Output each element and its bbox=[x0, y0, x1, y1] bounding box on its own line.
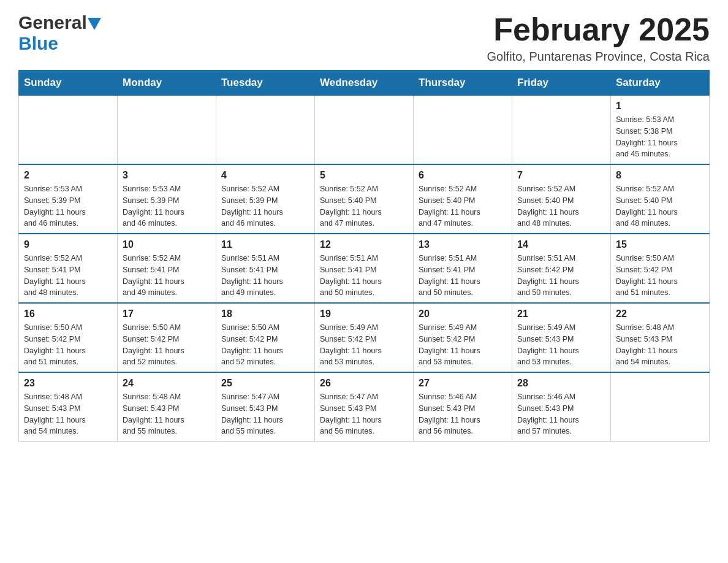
calendar-week-1: 1Sunrise: 5:53 AMSunset: 5:38 PMDaylight… bbox=[19, 96, 710, 165]
day-number: 19 bbox=[320, 308, 408, 320]
day-number: 12 bbox=[320, 239, 408, 250]
calendar-cell: 13Sunrise: 5:51 AMSunset: 5:41 PMDayligh… bbox=[414, 234, 512, 303]
day-info: Sunrise: 5:52 AMSunset: 5:40 PMDaylight:… bbox=[320, 183, 408, 229]
calendar-cell: 27Sunrise: 5:46 AMSunset: 5:43 PMDayligh… bbox=[414, 372, 512, 442]
calendar-cell: 18Sunrise: 5:50 AMSunset: 5:42 PMDayligh… bbox=[216, 303, 315, 372]
calendar-cell: 15Sunrise: 5:50 AMSunset: 5:42 PMDayligh… bbox=[611, 234, 710, 303]
calendar-cell bbox=[512, 96, 611, 165]
day-info: Sunrise: 5:51 AMSunset: 5:42 PMDaylight:… bbox=[517, 253, 605, 299]
calendar-week-3: 9Sunrise: 5:52 AMSunset: 5:41 PMDaylight… bbox=[19, 234, 710, 303]
calendar-header-tuesday: Tuesday bbox=[216, 71, 315, 96]
day-info: Sunrise: 5:46 AMSunset: 5:43 PMDaylight:… bbox=[419, 391, 507, 437]
day-info: Sunrise: 5:48 AMSunset: 5:43 PMDaylight:… bbox=[24, 391, 112, 437]
day-info: Sunrise: 5:51 AMSunset: 5:41 PMDaylight:… bbox=[320, 253, 408, 299]
day-number: 13 bbox=[419, 239, 507, 250]
day-info: Sunrise: 5:52 AMSunset: 5:40 PMDaylight:… bbox=[419, 183, 507, 229]
calendar-cell: 14Sunrise: 5:51 AMSunset: 5:42 PMDayligh… bbox=[512, 234, 611, 303]
calendar-cell: 19Sunrise: 5:49 AMSunset: 5:42 PMDayligh… bbox=[315, 303, 414, 372]
calendar-header-thursday: Thursday bbox=[414, 71, 512, 96]
calendar-cell: 7Sunrise: 5:52 AMSunset: 5:40 PMDaylight… bbox=[512, 164, 611, 234]
day-number: 16 bbox=[24, 308, 112, 320]
day-number: 14 bbox=[517, 239, 605, 250]
calendar-cell bbox=[315, 96, 414, 165]
day-number: 8 bbox=[616, 170, 704, 181]
logo-triangle-icon bbox=[88, 18, 101, 30]
day-number: 28 bbox=[517, 378, 605, 389]
day-number: 11 bbox=[221, 239, 309, 250]
day-number: 21 bbox=[517, 308, 605, 320]
day-info: Sunrise: 5:52 AMSunset: 5:40 PMDaylight:… bbox=[616, 183, 704, 229]
day-info: Sunrise: 5:47 AMSunset: 5:43 PMDaylight:… bbox=[320, 391, 408, 437]
day-number: 6 bbox=[419, 170, 507, 181]
calendar-cell: 21Sunrise: 5:49 AMSunset: 5:43 PMDayligh… bbox=[512, 303, 611, 372]
calendar-cell: 11Sunrise: 5:51 AMSunset: 5:41 PMDayligh… bbox=[216, 234, 315, 303]
title-block: February 2025 Golfito, Puntarenas Provin… bbox=[487, 12, 710, 64]
day-info: Sunrise: 5:48 AMSunset: 5:43 PMDaylight:… bbox=[123, 391, 211, 437]
day-number: 17 bbox=[123, 308, 211, 320]
calendar-cell: 22Sunrise: 5:48 AMSunset: 5:43 PMDayligh… bbox=[611, 303, 710, 372]
day-number: 4 bbox=[221, 170, 309, 181]
calendar-cell bbox=[118, 96, 216, 165]
day-info: Sunrise: 5:48 AMSunset: 5:43 PMDaylight:… bbox=[616, 322, 704, 368]
day-info: Sunrise: 5:52 AMSunset: 5:40 PMDaylight:… bbox=[517, 183, 605, 229]
calendar-header-row: SundayMondayTuesdayWednesdayThursdayFrid… bbox=[19, 71, 710, 96]
calendar-week-5: 23Sunrise: 5:48 AMSunset: 5:43 PMDayligh… bbox=[19, 372, 710, 442]
calendar-cell: 4Sunrise: 5:52 AMSunset: 5:39 PMDaylight… bbox=[216, 164, 315, 234]
day-info: Sunrise: 5:51 AMSunset: 5:41 PMDaylight:… bbox=[221, 253, 309, 299]
calendar-cell: 28Sunrise: 5:46 AMSunset: 5:43 PMDayligh… bbox=[512, 372, 611, 442]
calendar-cell: 10Sunrise: 5:52 AMSunset: 5:41 PMDayligh… bbox=[118, 234, 216, 303]
day-number: 15 bbox=[616, 239, 704, 250]
day-number: 9 bbox=[24, 239, 112, 250]
logo-general-text: General bbox=[18, 12, 87, 33]
calendar-header-sunday: Sunday bbox=[19, 71, 118, 96]
day-info: Sunrise: 5:53 AMSunset: 5:38 PMDaylight:… bbox=[616, 114, 704, 160]
calendar-cell bbox=[216, 96, 315, 165]
calendar-cell: 25Sunrise: 5:47 AMSunset: 5:43 PMDayligh… bbox=[216, 372, 315, 442]
day-number: 20 bbox=[419, 308, 507, 320]
day-info: Sunrise: 5:53 AMSunset: 5:39 PMDaylight:… bbox=[24, 183, 112, 229]
calendar-table: SundayMondayTuesdayWednesdayThursdayFrid… bbox=[18, 70, 710, 442]
day-info: Sunrise: 5:52 AMSunset: 5:39 PMDaylight:… bbox=[221, 183, 309, 229]
day-info: Sunrise: 5:46 AMSunset: 5:43 PMDaylight:… bbox=[517, 391, 605, 437]
calendar-cell: 24Sunrise: 5:48 AMSunset: 5:43 PMDayligh… bbox=[118, 372, 216, 442]
calendar-cell: 16Sunrise: 5:50 AMSunset: 5:42 PMDayligh… bbox=[19, 303, 118, 372]
day-info: Sunrise: 5:49 AMSunset: 5:43 PMDaylight:… bbox=[517, 322, 605, 368]
calendar-week-4: 16Sunrise: 5:50 AMSunset: 5:42 PMDayligh… bbox=[19, 303, 710, 372]
calendar-cell: 17Sunrise: 5:50 AMSunset: 5:42 PMDayligh… bbox=[118, 303, 216, 372]
day-number: 5 bbox=[320, 170, 408, 181]
page-header: General Blue February 2025 Golfito, Punt… bbox=[18, 12, 710, 64]
day-info: Sunrise: 5:50 AMSunset: 5:42 PMDaylight:… bbox=[616, 253, 704, 299]
day-number: 10 bbox=[123, 239, 211, 250]
calendar-cell: 1Sunrise: 5:53 AMSunset: 5:38 PMDaylight… bbox=[611, 96, 710, 165]
calendar-header-saturday: Saturday bbox=[611, 71, 710, 96]
day-number: 26 bbox=[320, 378, 408, 389]
calendar-cell: 3Sunrise: 5:53 AMSunset: 5:39 PMDaylight… bbox=[118, 164, 216, 234]
day-info: Sunrise: 5:50 AMSunset: 5:42 PMDaylight:… bbox=[24, 322, 112, 368]
day-info: Sunrise: 5:50 AMSunset: 5:42 PMDaylight:… bbox=[221, 322, 309, 368]
calendar-cell: 26Sunrise: 5:47 AMSunset: 5:43 PMDayligh… bbox=[315, 372, 414, 442]
day-number: 3 bbox=[123, 170, 211, 181]
day-info: Sunrise: 5:53 AMSunset: 5:39 PMDaylight:… bbox=[123, 183, 211, 229]
month-title: February 2025 bbox=[487, 12, 710, 47]
day-number: 25 bbox=[221, 378, 309, 389]
calendar-cell: 9Sunrise: 5:52 AMSunset: 5:41 PMDaylight… bbox=[19, 234, 118, 303]
calendar-cell bbox=[611, 372, 710, 442]
day-info: Sunrise: 5:49 AMSunset: 5:42 PMDaylight:… bbox=[320, 322, 408, 368]
day-info: Sunrise: 5:50 AMSunset: 5:42 PMDaylight:… bbox=[123, 322, 211, 368]
svg-marker-0 bbox=[88, 18, 101, 30]
calendar-cell: 5Sunrise: 5:52 AMSunset: 5:40 PMDaylight… bbox=[315, 164, 414, 234]
day-number: 24 bbox=[123, 378, 211, 389]
calendar-header-monday: Monday bbox=[118, 71, 216, 96]
day-info: Sunrise: 5:47 AMSunset: 5:43 PMDaylight:… bbox=[221, 391, 309, 437]
day-number: 2 bbox=[24, 170, 112, 181]
day-info: Sunrise: 5:51 AMSunset: 5:41 PMDaylight:… bbox=[419, 253, 507, 299]
calendar-cell: 12Sunrise: 5:51 AMSunset: 5:41 PMDayligh… bbox=[315, 234, 414, 303]
calendar-header-wednesday: Wednesday bbox=[315, 71, 414, 96]
day-info: Sunrise: 5:49 AMSunset: 5:42 PMDaylight:… bbox=[419, 322, 507, 368]
day-info: Sunrise: 5:52 AMSunset: 5:41 PMDaylight:… bbox=[24, 253, 112, 299]
calendar-week-2: 2Sunrise: 5:53 AMSunset: 5:39 PMDaylight… bbox=[19, 164, 710, 234]
logo: General Blue bbox=[18, 12, 101, 54]
day-number: 27 bbox=[419, 378, 507, 389]
day-number: 22 bbox=[616, 308, 704, 320]
calendar-cell: 2Sunrise: 5:53 AMSunset: 5:39 PMDaylight… bbox=[19, 164, 118, 234]
